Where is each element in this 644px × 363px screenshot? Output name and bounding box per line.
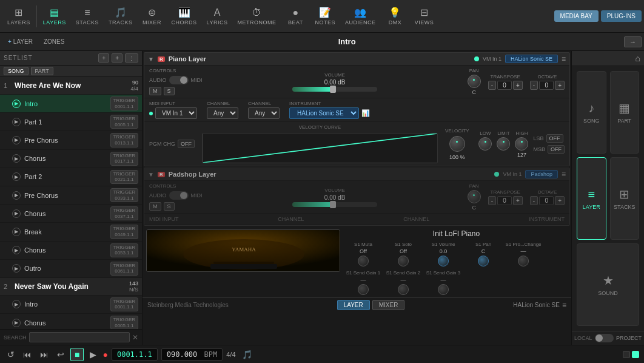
part-play-button[interactable]: ▶ (12, 300, 21, 308)
s1-send3-knob[interactable] (438, 284, 449, 295)
toolbar-dmx[interactable]: 💡 DMX (380, 4, 409, 28)
undo-button[interactable]: ↩ (55, 348, 67, 361)
toolbar-notes[interactable]: 📝 NOTES (310, 4, 340, 28)
sort-button[interactable]: ⋮ (125, 53, 138, 63)
piano-instrument-label[interactable]: HALion Sonic SE (505, 55, 558, 63)
piano-collapse-button[interactable]: ▼ (148, 56, 154, 63)
part-row-break[interactable]: ▶ Break TRIGGER0049.1.1 (0, 223, 142, 241)
lsb-value[interactable]: OFF (546, 134, 563, 143)
part-row-chorus1[interactable]: ▶ Chorus TRIGGER0017.1.1 (0, 150, 142, 168)
right-sound-item[interactable]: ★ SOUND (577, 243, 639, 326)
part-play-button[interactable]: ▶ (12, 191, 21, 200)
high-knob[interactable] (515, 137, 528, 151)
part-row-chorus3[interactable]: ▶ Chorus TRIGGER0053.1.1 (0, 242, 142, 260)
s1-muta-knob[interactable] (358, 256, 369, 266)
halion-menu-button[interactable]: ≡ (562, 301, 566, 310)
padshop-switch[interactable] (169, 191, 189, 200)
limit-knob[interactable] (497, 137, 510, 151)
padshop-octave-plus[interactable]: + (555, 196, 565, 205)
part-play-button[interactable]: ▶ (12, 100, 21, 108)
song-row-2[interactable]: 2 Never Saw You Again 143 N/S (0, 278, 142, 296)
add-song-button[interactable]: + (98, 53, 109, 63)
play-button[interactable]: ▶ (87, 348, 99, 361)
part-row-prechorus2[interactable]: ▶ Pre Chorus TRIGGER0033.1.1 (0, 186, 142, 205)
part-row-intro2[interactable]: ▶ Intro TRIGGER0001.1.1 (0, 296, 142, 314)
plug-ins-button[interactable]: PLUG-INS (601, 10, 642, 22)
audio-toggle[interactable] (169, 76, 189, 84)
transport-bpm[interactable]: 090.000 BPM (161, 348, 223, 361)
record-button[interactable]: ● (102, 350, 107, 359)
rewind-button[interactable]: ⏮ (21, 348, 34, 361)
s1-pan-knob[interactable] (478, 256, 489, 266)
transpose-minus[interactable]: - (488, 81, 496, 90)
toolbar-stacks[interactable]: ≡ STACKS (71, 5, 104, 28)
padshop-volume-track[interactable] (292, 202, 377, 207)
toolbar-beat[interactable]: ● BEAT (281, 5, 310, 28)
transport-time[interactable]: 0001.1.1 (112, 348, 158, 361)
s1-send1-knob[interactable] (358, 284, 369, 295)
part-play-button[interactable]: ▶ (12, 228, 21, 236)
solo-button[interactable]: S (164, 87, 175, 95)
s1-program-knob[interactable] (518, 256, 529, 266)
time-signature[interactable]: 4/4 (226, 351, 235, 358)
part-play-button[interactable]: ▶ (12, 209, 21, 218)
toolbar-views[interactable]: ⊟ VIEWS (409, 4, 438, 28)
add-part-button[interactable]: + (112, 53, 122, 63)
loop-button[interactable]: ↺ (5, 348, 17, 361)
midi-input-select[interactable]: VM In 1 (155, 107, 197, 119)
part-tab-button[interactable]: PART (31, 67, 53, 75)
s1-solo-knob[interactable] (398, 256, 409, 266)
padshop-octave-minus[interactable]: - (530, 196, 538, 205)
mute-button[interactable]: M (149, 87, 161, 95)
low-knob[interactable] (478, 137, 492, 151)
padshop-transpose-plus[interactable]: + (513, 196, 523, 205)
padshop-audio-toggle[interactable] (169, 191, 189, 200)
volume-track[interactable] (292, 87, 377, 92)
part-play-button[interactable]: ▶ (12, 246, 21, 254)
right-song-item[interactable]: ♪ SONG (577, 71, 606, 154)
setlist-icon[interactable]: ⊞ LAYERS (2, 4, 35, 28)
padshop-volume-handle[interactable] (330, 201, 336, 208)
instrument-select[interactable]: HALion Sonic SE (289, 107, 359, 119)
toolbar-metronome[interactable]: ⏱ METRONOME (232, 5, 281, 28)
transpose-plus[interactable]: + (513, 81, 523, 90)
layer-tab-button[interactable]: LAYER (337, 300, 370, 310)
arrow-button[interactable]: → (624, 36, 642, 47)
toolbar-tracks[interactable]: 🎵 TRACKS (104, 4, 138, 28)
right-part-item[interactable]: ▦ PART (610, 71, 640, 154)
pgm-chg-value[interactable]: OFF (178, 140, 195, 148)
song-row[interactable]: 1 Where Are We Now 90 4/4 (0, 77, 142, 95)
toolbar-audience[interactable]: 👥 AUDIENCE (340, 4, 381, 28)
octave-minus[interactable]: - (530, 81, 538, 90)
fast-forward-button[interactable]: ⏭ (38, 348, 51, 361)
toolbar-layers[interactable]: ▤ LAYERS (38, 4, 71, 28)
add-layer-button[interactable]: + LAYER (2, 36, 38, 47)
channel-select[interactable]: Any (207, 107, 238, 119)
part-play-button[interactable]: ▶ (12, 264, 21, 273)
volume-handle[interactable] (330, 86, 336, 93)
instrument-chart-button[interactable]: 📊 (361, 109, 370, 117)
padshop-instrument-label[interactable]: Padshop (525, 170, 558, 178)
transport-dot-2[interactable] (632, 351, 639, 358)
song-tab-button[interactable]: SONG (4, 67, 29, 75)
part-row-part2[interactable]: ▶ Part 2 TRIGGER0021.1.1 (0, 168, 142, 186)
part-play-button[interactable]: ▶ (12, 172, 21, 181)
right-stacks-item[interactable]: ⊞ STACKS (610, 157, 640, 240)
part-row-outro[interactable]: ▶ Outro TRIGGER0061.1.1 (0, 260, 142, 278)
search-input[interactable] (29, 332, 130, 342)
toolbar-lyrics[interactable]: A LYRICS (202, 5, 233, 28)
part-play-button[interactable]: ▶ (12, 136, 21, 144)
channel2-select[interactable]: Any (248, 107, 280, 119)
padshop-collapse-button[interactable]: ▼ (148, 171, 154, 178)
s1-send2-knob[interactable] (398, 284, 409, 295)
part-row-intro[interactable]: ▶ Intro TRIGGER0001.1.1 (0, 95, 142, 113)
msb-value[interactable]: OFF (548, 145, 565, 154)
part-row-chorus2[interactable]: ▶ Chorus TRIGGER0037.1.1 (0, 205, 142, 223)
toolbar-mixer[interactable]: ⊜ MIXER (138, 4, 167, 28)
padshop-mute[interactable]: M (149, 202, 161, 211)
stop-button[interactable]: ■ (70, 348, 84, 361)
transport-dot-1[interactable] (623, 351, 630, 358)
part-row-chorus-s2[interactable]: ▶ Chorus TRIGGER0005.1.1 (0, 314, 142, 329)
part-play-button[interactable]: ▶ (12, 319, 21, 327)
local-project-switch[interactable] (595, 334, 614, 342)
